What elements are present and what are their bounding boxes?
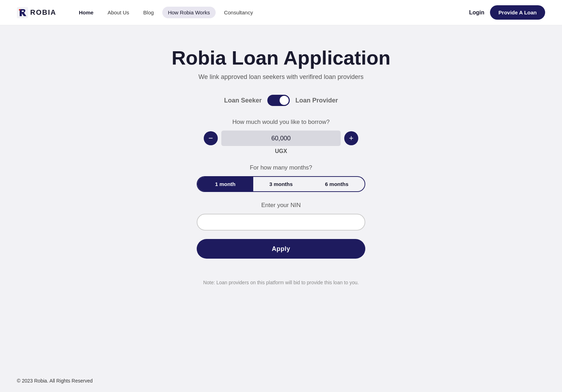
amount-row: − + xyxy=(190,131,372,146)
tab-1-month[interactable]: 1 month xyxy=(197,177,253,191)
tab-3-months[interactable]: 3 months xyxy=(253,177,309,191)
nin-label: Enter your NIN xyxy=(261,202,301,209)
decrease-button[interactable]: − xyxy=(204,131,218,145)
copyright-text: © 2023 Robia. All Rights Reserved xyxy=(17,378,93,384)
loan-seeker-label: Loan Seeker xyxy=(224,97,262,104)
page-subtitle: We link approved loan seekers with verif… xyxy=(198,73,364,81)
borrow-question: How much would you like to borrow? xyxy=(233,119,330,126)
nav-item-home[interactable]: Home xyxy=(73,7,99,18)
logo-icon xyxy=(17,7,28,18)
loan-form: How much would you like to borrow? − + U… xyxy=(190,119,372,259)
main-content: Robia Loan Application We link approved … xyxy=(0,25,562,370)
nin-input[interactable] xyxy=(197,214,365,231)
nav-item-about[interactable]: About Us xyxy=(102,7,135,18)
role-toggle[interactable] xyxy=(267,95,290,106)
nav-item-blog[interactable]: Blog xyxy=(138,7,159,18)
months-tabs: 1 month 3 months 6 months xyxy=(197,176,365,192)
toggle-knob xyxy=(280,96,289,105)
nav-item-how-robia-works[interactable]: How Robia Works xyxy=(162,7,216,18)
currency-label: UGX xyxy=(275,148,287,154)
note-text: Note: Loan providers on this platform wi… xyxy=(203,280,359,285)
apply-button[interactable]: Apply xyxy=(197,239,365,259)
loan-provider-label: Loan Provider xyxy=(295,97,338,104)
login-link[interactable]: Login xyxy=(469,9,485,16)
nav-links: Home About Us Blog How Robia Works Consu… xyxy=(73,7,469,18)
nav-right: Login Provide A Loan xyxy=(469,5,545,20)
months-section: For how many months? 1 month 3 months 6 … xyxy=(190,164,372,192)
role-toggle-section: Loan Seeker Loan Provider xyxy=(224,95,338,106)
nav-item-consultancy[interactable]: Consultancy xyxy=(218,7,259,18)
logo[interactable]: ROBIA xyxy=(17,7,56,18)
tab-6-months[interactable]: 6 months xyxy=(309,177,365,191)
increase-button[interactable]: + xyxy=(344,131,358,145)
footer: © 2023 Robia. All Rights Reserved xyxy=(0,370,562,392)
provide-loan-button[interactable]: Provide A Loan xyxy=(490,5,545,20)
amount-input[interactable] xyxy=(221,131,341,146)
borrow-amount-section: How much would you like to borrow? − + U… xyxy=(190,119,372,154)
months-question: For how many months? xyxy=(250,164,312,171)
navbar: ROBIA Home About Us Blog How Robia Works… xyxy=(0,0,562,25)
nin-section: Enter your NIN xyxy=(190,202,372,231)
page-title: Robia Loan Application xyxy=(171,46,390,69)
logo-text: ROBIA xyxy=(30,8,56,16)
